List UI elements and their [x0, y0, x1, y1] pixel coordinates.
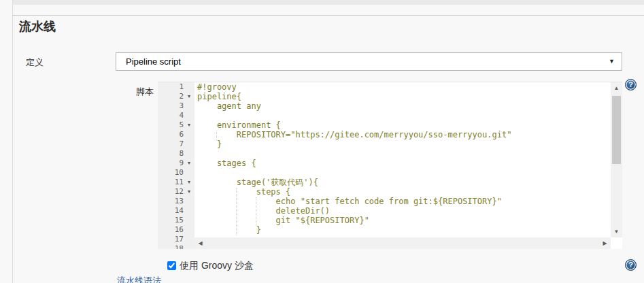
- line-number: 17: [158, 235, 184, 244]
- indent-guide: [256, 197, 256, 226]
- line-number: 7: [158, 139, 184, 149]
- gutter-line: 5▾: [158, 120, 194, 130]
- editor-code-area[interactable]: #!groovypipeline{ agent any environment …: [194, 82, 611, 237]
- gutter-line: 16: [158, 225, 194, 235]
- fold-arrow-icon[interactable]: ▾: [184, 159, 194, 168]
- fold-spacer: [184, 82, 194, 92]
- gutter-lines: 12▾345▾6789▾1011▾12▾131415161718: [158, 82, 194, 249]
- indent-guide: [216, 131, 217, 139]
- gutter-line: 7: [158, 139, 194, 149]
- code-lines: #!groovypipeline{ agent any environment …: [194, 82, 611, 237]
- fold-spacer: [184, 225, 194, 235]
- fold-spacer: [184, 139, 194, 149]
- line-number: 1: [158, 82, 184, 92]
- scroll-down-icon[interactable]: ▼: [611, 226, 622, 237]
- line-number: 16: [158, 225, 184, 235]
- line-number: 14: [158, 206, 184, 216]
- code-line: stages {: [194, 159, 611, 168]
- gutter-line: 2▾: [158, 92, 194, 101]
- scrollbar-corner: [611, 237, 622, 249]
- code-line: steps {: [194, 187, 611, 197]
- fold-spacer: [184, 216, 194, 225]
- fold-arrow-icon[interactable]: ▾: [184, 92, 194, 101]
- script-editor[interactable]: 12▾345▾6789▾1011▾12▾131415161718 #!groov…: [158, 82, 622, 249]
- gutter-line: 4: [158, 111, 194, 120]
- fold-arrow-icon[interactable]: ▾: [184, 120, 194, 130]
- fold-arrow-icon[interactable]: ▾: [184, 178, 194, 187]
- line-number: 10: [158, 168, 184, 178]
- pipeline-syntax-link[interactable]: 流水线语法: [117, 275, 161, 283]
- script-label: 脚本: [136, 86, 154, 98]
- indent-guide: [236, 188, 237, 235]
- page-title: 流水线: [19, 18, 56, 35]
- code-line: REPOSITORY="https://gitee.com/merryyou/s…: [194, 130, 611, 139]
- code-line: agent any: [194, 101, 611, 111]
- top-band: [12, 0, 644, 5]
- vertical-scroll-thumb[interactable]: [612, 96, 621, 164]
- gutter-line: 15: [158, 216, 194, 225]
- code-line: [194, 168, 611, 178]
- code-line: [194, 111, 611, 120]
- gutter-line: 18: [158, 244, 194, 249]
- fold-spacer: [184, 235, 194, 244]
- fold-spacer: [184, 244, 194, 249]
- help-icon[interactable]: ?: [625, 259, 637, 271]
- line-number: 11: [158, 178, 184, 187]
- editor-vertical-scrollbar[interactable]: ▲ ▼: [611, 82, 622, 237]
- code-line: #!groovy: [194, 82, 611, 92]
- code-line: deleteDir(): [194, 206, 611, 216]
- fold-arrow-icon[interactable]: ▾: [184, 187, 194, 197]
- definition-label: 定义: [26, 56, 44, 69]
- scroll-right-icon[interactable]: ▶: [599, 237, 611, 249]
- definition-dropdown[interactable]: Pipeline script ▼: [116, 52, 622, 71]
- sandbox-checkbox[interactable]: [167, 261, 176, 270]
- scroll-up-icon[interactable]: ▲: [611, 82, 622, 94]
- gutter-line: 11▾: [158, 178, 194, 187]
- scroll-left-icon[interactable]: ◀: [194, 237, 206, 249]
- code-line: echo "start fetch code from git:${REPOSI…: [194, 197, 611, 206]
- line-number: 6: [158, 130, 184, 139]
- code-line: [194, 149, 611, 159]
- fold-spacer: [184, 111, 194, 120]
- line-number: 9: [158, 159, 184, 168]
- gutter-line: 17: [158, 235, 194, 244]
- fold-spacer: [184, 168, 194, 178]
- line-number: 5: [158, 120, 184, 130]
- code-line: git "${REPOSITORY}": [194, 216, 611, 225]
- gutter-line: 6: [158, 130, 194, 139]
- code-line: environment {: [194, 120, 611, 130]
- fold-spacer: [184, 149, 194, 159]
- gutter-line: 12▾: [158, 187, 194, 197]
- line-number: 18: [158, 244, 184, 249]
- line-number: 3: [158, 101, 184, 111]
- gutter-line: 8: [158, 149, 194, 159]
- gutter-line: 9▾: [158, 159, 194, 168]
- line-number: 4: [158, 111, 184, 120]
- code-line: stage('获取代码'){: [194, 178, 611, 187]
- help-icon[interactable]: ?: [625, 79, 637, 90]
- line-number: 12: [158, 187, 184, 197]
- fold-spacer: [184, 206, 194, 216]
- gutter-line: 14: [158, 206, 194, 216]
- chevron-down-icon[interactable]: ▼: [609, 53, 615, 70]
- left-border-line: [12, 0, 13, 283]
- line-number: 13: [158, 197, 184, 206]
- code-line: }: [194, 225, 611, 235]
- line-number: 8: [158, 149, 184, 159]
- sandbox-label: 使用 Groovy 沙盒: [180, 260, 254, 272]
- pipeline-config-page: { "section": { "heading": "流水线", "defini…: [0, 0, 644, 283]
- definition-dropdown-value: Pipeline script: [126, 53, 181, 70]
- gutter-line: 13: [158, 197, 194, 206]
- line-number: 2: [158, 92, 184, 101]
- line-number: 15: [158, 216, 184, 225]
- gutter-line: 3: [158, 101, 194, 111]
- gutter-line: 10: [158, 168, 194, 178]
- fold-spacer: [184, 101, 194, 111]
- fold-spacer: [184, 130, 194, 139]
- editor-horizontal-scrollbar[interactable]: ◀ ▶: [194, 237, 611, 249]
- gutter-line: 1: [158, 82, 194, 92]
- fold-spacer: [184, 197, 194, 206]
- editor-gutter: 12▾345▾6789▾1011▾12▾131415161718: [158, 82, 194, 249]
- code-line: pipeline{: [194, 92, 611, 101]
- code-line: }: [194, 139, 611, 149]
